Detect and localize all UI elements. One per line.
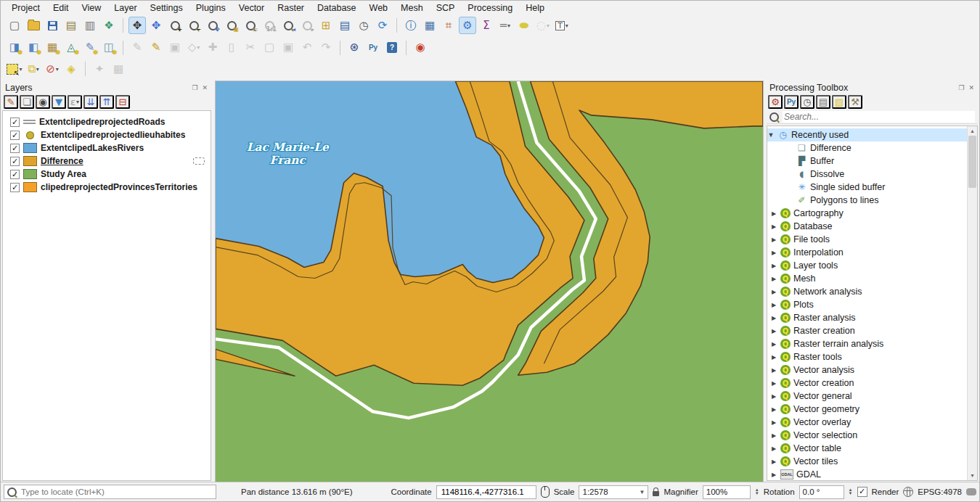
show-spatial-bookmarks-button[interactable]: ▤	[336, 17, 354, 34]
new-spatial-bookmark-button[interactable]: ⊞	[317, 17, 335, 34]
lock-icon[interactable]	[653, 491, 659, 496]
field-calculator-button[interactable]: ⌗	[440, 17, 457, 34]
menu-database[interactable]: Database	[311, 2, 363, 14]
toolbox-category-cartography[interactable]: ▶QCartography	[767, 207, 977, 220]
add-delimited-text-layer-button[interactable]: ✎✱	[81, 39, 99, 57]
menu-project[interactable]: Project	[5, 2, 46, 14]
menu-view[interactable]: View	[75, 2, 107, 14]
toolbox-category-raster-analysis[interactable]: ▶QRaster analysis	[767, 311, 977, 324]
zoom-to-layer-button[interactable]: ▭	[242, 17, 259, 34]
menu-plugins[interactable]: Plugins	[189, 2, 232, 14]
scp-plugin-button[interactable]: ◉	[412, 39, 429, 57]
map-tips-button[interactable]: ⬬	[515, 17, 533, 34]
chevron-down-icon[interactable]: ▼	[640, 489, 645, 495]
refresh-map-button[interactable]: ⟳	[374, 17, 391, 34]
zoom-to-selection-button[interactable]: ▣	[223, 17, 240, 34]
dropdown-arrow-icon[interactable]: ▾	[507, 22, 510, 29]
rotation-spinner[interactable]: ▲▼	[849, 488, 853, 495]
toolbox-group-recently-used[interactable]: ▼◷Recently used	[767, 128, 977, 141]
toolbox-category-layer-tools[interactable]: ▶QLayer tools	[767, 259, 977, 272]
temporal-controller-button[interactable]: ◷	[355, 17, 372, 34]
locator-box[interactable]	[4, 485, 216, 499]
toolbox-category-vector-selection[interactable]: ▶QVector selection	[767, 429, 977, 442]
edit-features-in-place-button[interactable]: ▨	[832, 95, 846, 109]
layer-visibility-checkbox[interactable]: ✓	[10, 131, 20, 140]
python-scripts-button[interactable]: Py	[784, 95, 799, 109]
menu-mesh[interactable]: Mesh	[394, 2, 430, 14]
processing-panel-close-icon[interactable]: ✕	[966, 84, 976, 91]
extents-toggle-icon[interactable]	[541, 486, 550, 498]
expander-icon[interactable]: ▶	[770, 432, 777, 439]
models-button[interactable]: ⚙	[768, 95, 783, 109]
dropdown-arrow-icon[interactable]: ▾	[197, 44, 200, 51]
magnifier-box[interactable]: 100%	[703, 485, 751, 499]
toolbox-category-database[interactable]: ▶QDatabase	[767, 220, 977, 233]
menu-web[interactable]: Web	[363, 2, 394, 14]
layers-panel-close-icon[interactable]: ✕	[200, 84, 210, 91]
menu-layer[interactable]: Layer	[107, 2, 143, 14]
toolbox-category-vector-tiles[interactable]: ▶QVector tiles	[767, 455, 977, 468]
open-project-button[interactable]	[25, 17, 42, 34]
toolbox-algorithm-single-sided-buffer[interactable]: ✳Single sided buffer	[767, 181, 977, 194]
expander-icon[interactable]: ▶	[770, 328, 777, 334]
toolbox-scrollbar[interactable]: ▲ ▼	[967, 126, 977, 480]
scroll-thumb[interactable]	[968, 136, 976, 188]
measure-line-button[interactable]: ═▾	[497, 17, 514, 34]
expander-icon[interactable]: ▶	[770, 223, 777, 230]
dropdown-arrow-icon[interactable]: ▾	[56, 66, 59, 73]
processing-toolbox-button[interactable]: ⚙	[459, 17, 476, 34]
layer-item[interactable]: ✓Difference	[3, 155, 211, 168]
crs-globe-icon[interactable]	[903, 487, 913, 497]
toggle-editing-button[interactable]: ✎	[147, 39, 165, 57]
results-viewer-button[interactable]: ▤	[816, 95, 830, 109]
identify-features-button[interactable]: ⓘ	[402, 17, 420, 34]
open-layer-styling-panel-button[interactable]: ✎	[4, 95, 18, 109]
expander-icon[interactable]: ▶	[770, 367, 777, 374]
layer-item[interactable]: ✓clipedreprojectedProvincesTerritories	[3, 181, 211, 194]
layer-visibility-checkbox[interactable]: ✓	[10, 118, 20, 127]
python-console-button[interactable]: Py	[364, 39, 382, 57]
expander-icon[interactable]: ▶	[770, 210, 777, 217]
layer-visibility-checkbox[interactable]: ✓	[10, 144, 20, 153]
toolbox-category-plots[interactable]: ▶QPlots	[767, 298, 977, 311]
style-manager-button[interactable]: ❖	[100, 17, 118, 34]
menu-settings[interactable]: Settings	[144, 2, 189, 14]
data-source-manager-button[interactable]: ◨✱	[6, 39, 23, 57]
expander-icon[interactable]: ▶	[770, 445, 777, 452]
collapse-all-button[interactable]: ⇈	[99, 95, 114, 109]
coordinate-box[interactable]	[436, 485, 536, 499]
expander-icon[interactable]: ▶	[770, 393, 777, 400]
layer-item[interactable]: ✓ExtentclipedreprojectedRoads	[3, 115, 211, 128]
toolbox-category-vector-creation[interactable]: ▶QVector creation	[767, 376, 977, 390]
toolbox-category-vector-general[interactable]: ▶QVector general	[767, 390, 977, 403]
expander-icon[interactable]: ▶	[770, 236, 777, 243]
memory-layer-indicator-icon[interactable]	[193, 157, 205, 165]
menu-processing[interactable]: Processing	[461, 2, 519, 14]
magnifier-spinner[interactable]: ▲▼	[755, 488, 759, 495]
coordinate-input[interactable]	[440, 487, 533, 497]
zoom-in-button[interactable]: +	[166, 17, 184, 34]
scroll-up-icon[interactable]: ▲	[968, 126, 977, 136]
rotation-box[interactable]: 0.0 °	[799, 485, 844, 499]
add-raster-layer-button[interactable]: ▦✱	[44, 39, 61, 57]
save-project-button[interactable]	[44, 17, 61, 34]
layer-item[interactable]: ✓ExtentclipedLakesRivers	[3, 141, 211, 155]
toolbox-category-vector-analysis[interactable]: ▶QVector analysis	[767, 363, 977, 376]
layer-label[interactable]: clipedreprojectedProvincesTerritories	[41, 182, 197, 192]
toolbox-category-raster-terrain-analysis[interactable]: ▶QRaster terrain analysis	[767, 337, 977, 350]
map-canvas[interactable]: Lac Marie-LeFranc	[215, 81, 764, 482]
expander-icon[interactable]: ▶	[770, 354, 777, 361]
select-by-location-button[interactable]: ◈	[62, 60, 80, 78]
history-button[interactable]: ◷	[800, 95, 814, 109]
add-group-button[interactable]: ❏	[20, 95, 34, 109]
expander-icon[interactable]: ▶	[770, 276, 777, 282]
toolbox-search-input[interactable]	[783, 111, 975, 123]
render-checkbox[interactable]: ✓	[857, 487, 867, 497]
deselect-features-button[interactable]: ⊘▾	[44, 60, 61, 78]
toolbox-category-vector-overlay[interactable]: ▶QVector overlay	[767, 416, 977, 429]
toolbox-category-mesh[interactable]: ▶QMesh	[767, 272, 977, 285]
new-print-layout-button[interactable]: ▤	[62, 17, 80, 34]
expander-icon[interactable]: ▶	[770, 419, 777, 426]
zoom-full-button[interactable]: ✥	[204, 17, 221, 34]
manage-map-themes-button[interactable]: ◉	[36, 95, 50, 109]
